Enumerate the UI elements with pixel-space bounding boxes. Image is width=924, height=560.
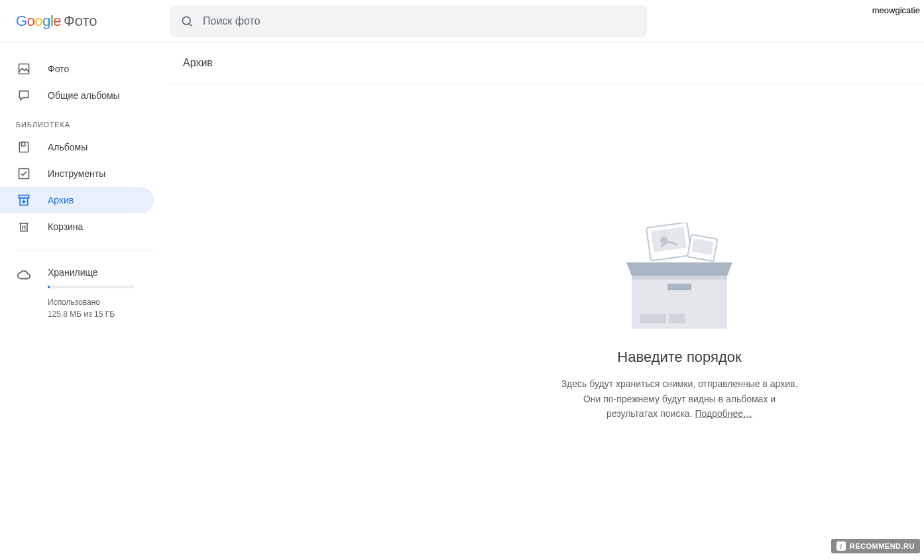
storage-section[interactable]: Хранилище Использовано 125,8 МБ из 15 ГБ xyxy=(0,262,170,320)
svg-rect-20 xyxy=(669,314,685,323)
sidebar-section-label: БИБЛИОТЕКА xyxy=(0,109,170,134)
sidebar-item-label: Корзина xyxy=(48,221,83,232)
svg-rect-3 xyxy=(19,142,28,152)
sidebar-item-label: Архив xyxy=(48,195,74,205)
sidebar-item-shared-albums[interactable]: Общие альбомы xyxy=(0,82,154,109)
main-header: Архив xyxy=(170,42,924,84)
sidebar-item-label: Инструменты xyxy=(48,168,105,179)
empty-heading: Наведите порядок xyxy=(617,349,741,366)
svg-marker-15 xyxy=(626,262,732,276)
storage-usage-value: 125,8 МБ из 15 ГБ xyxy=(48,308,154,320)
svg-rect-4 xyxy=(22,142,25,146)
chat-icon xyxy=(16,87,32,103)
empty-body-text: Здесь будут храниться снимки, отправленн… xyxy=(561,378,798,419)
image-icon xyxy=(16,61,32,77)
tools-icon xyxy=(16,166,32,182)
watermark-text: RECOMMEND.RU xyxy=(850,542,915,550)
divider xyxy=(16,251,154,251)
sidebar: Фото Общие альбомы БИБЛИОТЕКА Альбомы Ин… xyxy=(0,42,170,560)
storage-bar-fill xyxy=(48,286,50,288)
sidebar-item-trash[interactable]: Корзина xyxy=(0,213,154,240)
album-icon xyxy=(16,139,32,155)
app-logo[interactable]: Google Фото xyxy=(11,13,170,30)
app-header: Google Фото meowgicatie xyxy=(0,0,924,42)
trash-icon xyxy=(16,219,32,235)
svg-rect-18 xyxy=(667,284,691,290)
empty-state: Наведите порядок Здесь будут храниться с… xyxy=(170,84,924,560)
sidebar-item-label: Альбомы xyxy=(48,142,87,152)
search-icon xyxy=(180,15,194,28)
cloud-icon xyxy=(16,267,32,283)
empty-illustration xyxy=(613,223,746,335)
svg-point-0 xyxy=(182,17,190,25)
storage-bar xyxy=(48,286,134,288)
search-input[interactable] xyxy=(203,15,636,27)
sidebar-item-label: Общие альбомы xyxy=(48,90,120,101)
search-bar[interactable] xyxy=(170,5,647,37)
sidebar-item-archive[interactable]: Архив xyxy=(0,187,154,213)
user-label[interactable]: meowgicatie xyxy=(872,5,920,15)
svg-rect-2 xyxy=(19,64,29,74)
product-name: Фото xyxy=(64,13,97,30)
main-content: Архив xyxy=(170,42,924,560)
sidebar-item-photos[interactable]: Фото xyxy=(0,56,154,82)
sidebar-item-label: Фото xyxy=(48,64,69,74)
storage-title: Хранилище xyxy=(48,267,154,278)
sidebar-item-albums[interactable]: Альбомы xyxy=(0,134,154,160)
watermark-icon: i xyxy=(837,541,846,551)
svg-line-1 xyxy=(190,23,192,26)
svg-rect-19 xyxy=(640,314,666,323)
storage-usage-label: Использовано xyxy=(48,296,154,308)
sidebar-item-tools[interactable]: Инструменты xyxy=(0,160,154,187)
learn-more-link[interactable]: Подробнее… xyxy=(695,408,752,419)
archive-icon xyxy=(16,192,32,208)
svg-rect-17 xyxy=(632,276,727,280)
page-title: Архив xyxy=(183,57,924,69)
google-logo: Google xyxy=(16,13,61,30)
empty-body: Здесь будут храниться снимки, отправленн… xyxy=(560,376,799,421)
watermark: i RECOMMEND.RU xyxy=(831,539,920,553)
